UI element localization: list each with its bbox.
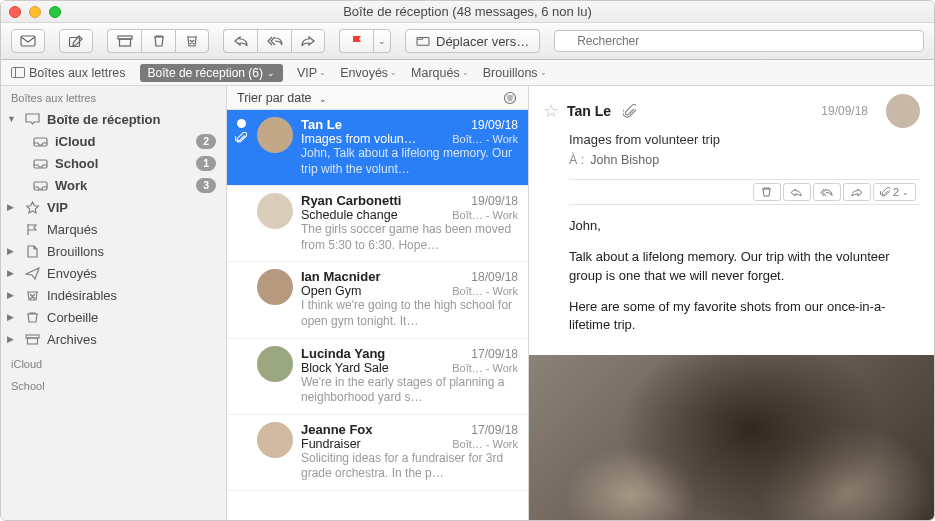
message-sender: Jeanne Fox [301,422,373,437]
reader-delete-button[interactable] [753,183,781,201]
svg-rect-6 [12,68,25,78]
vip-star-icon[interactable]: ☆ [543,100,559,122]
disclosure-triangle-icon[interactable]: ▶ [7,290,17,300]
attachment-icon [623,104,636,118]
search-input[interactable] [554,30,924,52]
chevron-down-icon: ⌄ [319,94,327,104]
junk-icon [23,289,41,302]
delete-button[interactable] [141,29,175,53]
reply-button[interactable] [223,29,257,53]
sidebar-section-school[interactable]: School [1,372,226,394]
favorite-link-vip[interactable]: VIP ⌄ [297,66,326,80]
chevron-down-icon: ⌄ [267,68,275,78]
attachment-icon [235,132,247,144]
avatar [257,346,293,382]
junk-button[interactable] [175,29,209,53]
archive-delete-group [107,29,209,53]
flag-menu-button[interactable]: ⌄ [373,29,391,53]
message-preview: We're in the early stages of planning a … [301,375,518,406]
mailboxes-toggle[interactable]: Boîtes aux lettres [11,66,126,80]
flag-icon [23,223,41,236]
get-mail-button[interactable] [11,29,45,53]
attachment-count: 2 [893,186,899,198]
sidebar-account-school[interactable]: School1 [1,152,226,174]
message-date: 19/09/18 [471,118,518,132]
sidebar-archive[interactable]: ▶ Archives [1,328,226,350]
message-date: 18/09/18 [471,270,518,284]
message-row[interactable]: Ryan Carbonetti19/09/18Schedule changeBo… [227,186,528,262]
message-row[interactable]: Tan Le19/09/18Images from volun…Boît… - … [227,110,528,186]
sidebar-junk[interactable]: ▶ Indésirables [1,284,226,306]
reply-group [223,29,325,53]
unread-badge: 3 [196,178,216,193]
avatar [257,269,293,305]
avatar [257,117,293,153]
disclosure-triangle-icon[interactable]: ▶ [7,268,17,278]
reader-reply-button[interactable] [783,183,811,201]
chevron-down-icon: ⌄ [390,68,397,77]
sidebar-drafts[interactable]: ▶ Brouillons [1,240,226,262]
sort-label: Trier par date [237,91,312,105]
close-window-button[interactable] [9,6,21,18]
favorite-link-marqués[interactable]: Marqués ⌄ [411,66,469,80]
star-icon [23,201,41,214]
reader-paragraph: John, [569,217,916,236]
sort-button[interactable]: Trier par date ⌄ [237,91,327,105]
message-row[interactable]: Jeanne Fox17/09/18FundraiserBoît… - Work… [227,415,528,491]
inbox-favorite-pill[interactable]: Boîte de réception (6) ⌄ [140,64,283,82]
reader-attachments-button[interactable]: 2 ⌄ [873,183,916,201]
message-sender: Lucinda Yang [301,346,385,361]
move-to-button[interactable]: Déplacer vers… [405,29,540,53]
disclosure-triangle-icon[interactable]: ▼ [7,114,17,124]
sidebar-account-work[interactable]: Work3 [1,174,226,196]
sidebar-inbox[interactable]: ▼ Boîte de réception [1,108,226,130]
message-subject: Schedule change [301,208,398,222]
message-row[interactable]: Ian Macnider18/09/18Open GymBoît… - Work… [227,262,528,338]
sidebar-icon [11,67,25,78]
favorite-link-brouillons[interactable]: Brouillons ⌄ [483,66,547,80]
disclosure-triangle-icon[interactable]: ▶ [7,202,17,212]
reader-reply-all-button[interactable] [813,183,841,201]
compose-button[interactable] [59,29,93,53]
reader-subject: Images from volunteer trip [569,132,920,147]
message-folder: Boît… - Work [452,133,518,145]
reader-body: John,Talk about a lifelong memory. Our t… [529,205,934,347]
archive-button[interactable] [107,29,141,53]
trash-icon [23,311,41,324]
sidebar-vip-label: VIP [47,200,216,215]
filter-icon[interactable] [502,91,518,105]
sidebar-sent[interactable]: ▶ Envoyés [1,262,226,284]
message-folder: Boît… - Work [452,209,518,221]
reader-attachment-image [529,355,934,520]
disclosure-triangle-icon[interactable]: ▶ [7,312,17,322]
sidebar: Boîtes aux lettres ▼ Boîte de réception … [1,86,227,520]
forward-button[interactable] [291,29,325,53]
unread-badge: 1 [196,156,216,171]
reader-forward-button[interactable] [843,183,871,201]
message-sender: Ian Macnider [301,269,380,284]
sidebar-trash[interactable]: ▶ Corbeille [1,306,226,328]
minimize-window-button[interactable] [29,6,41,18]
disclosure-triangle-icon[interactable]: ▶ [7,246,17,256]
favorite-link-envoyés[interactable]: Envoyés ⌄ [340,66,397,80]
zoom-window-button[interactable] [49,6,61,18]
sidebar-section-icloud[interactable]: iCloud [1,350,226,372]
window-controls [9,6,61,18]
archive-icon [23,333,41,346]
message-list-header: Trier par date ⌄ [227,86,528,110]
message-folder: Boît… - Work [452,438,518,450]
disclosure-triangle-icon[interactable]: ▶ [7,334,17,344]
svg-rect-4 [417,38,429,46]
reply-all-button[interactable] [257,29,291,53]
sidebar-account-icloud[interactable]: iCloud2 [1,130,226,152]
message-row[interactable]: Lucinda Yang17/09/18Block Yard SaleBoît…… [227,339,528,415]
sidebar-flagged[interactable]: Marqués [1,218,226,240]
flag-button[interactable] [339,29,373,53]
sidebar-header: Boîtes aux lettres [1,86,226,108]
titlebar: Boîte de réception (48 messages, 6 non l… [1,1,934,23]
sidebar-archive-label: Archives [47,332,216,347]
chevron-down-icon: ⌄ [540,68,547,77]
svg-rect-0 [21,36,35,46]
sidebar-vip[interactable]: ▶ VIP [1,196,226,218]
message-folder: Boît… - Work [452,362,518,374]
